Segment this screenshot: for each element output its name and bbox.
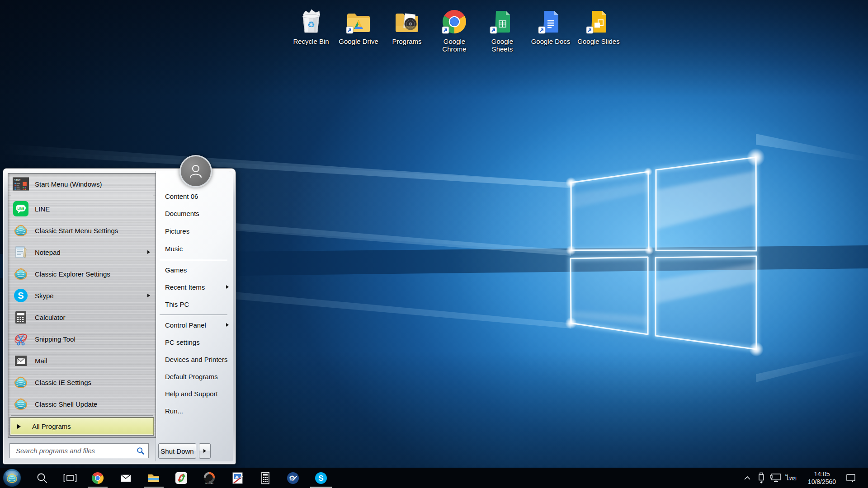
skype-icon: S xyxy=(13,287,29,304)
taskbar-mail-button[interactable] xyxy=(115,468,136,488)
desktop-icon-google-sheets[interactable]: Google Sheets xyxy=(481,3,524,53)
search-box[interactable] xyxy=(9,443,149,458)
line-icon: LINE xyxy=(13,201,29,217)
svg-text:S: S xyxy=(318,474,323,483)
menu-item-classic-ie-settings[interactable]: Classic IE Settings xyxy=(8,371,156,393)
shortcut-arrow-badge xyxy=(442,27,449,33)
classic-shell-start-orb-icon xyxy=(3,469,21,487)
menu-item-pc-settings[interactable]: PC settings xyxy=(155,333,233,351)
menu-item-run[interactable]: Run... xyxy=(155,402,233,419)
shut-down-options-button[interactable] xyxy=(199,443,211,459)
taskbar-paint-button[interactable] xyxy=(227,468,247,488)
taskbar-configuration-tool-button[interactable]: ⚙ xyxy=(283,468,303,488)
menu-item-games[interactable]: Games xyxy=(155,261,233,278)
recycle-bin-icon: ♻ xyxy=(289,3,333,36)
menu-item-classic-shell-update[interactable]: Classic Shell Update xyxy=(8,393,156,415)
menu-item-classic-explorer-settings[interactable]: Classic Explorer Settings xyxy=(8,263,156,285)
classic-shell-icon xyxy=(13,374,29,390)
desktop-icon-label: Google Chrome xyxy=(438,38,471,53)
taskbar-file-explorer-button[interactable] xyxy=(143,468,164,488)
desktop-icon-label: Google Sheets xyxy=(481,38,524,53)
taskbar-search-button[interactable] xyxy=(32,468,52,488)
tray-time: 14:05 xyxy=(814,470,830,478)
action-center-button[interactable] xyxy=(843,468,859,488)
shortcut-arrow-badge xyxy=(346,27,353,33)
menu-item-control-panel[interactable]: Control Panel xyxy=(155,316,233,333)
taskbar-skype-button[interactable]: S xyxy=(311,468,331,488)
svg-text:♻: ♻ xyxy=(307,19,315,29)
google-sheets-icon xyxy=(481,3,524,36)
search-icon[interactable] xyxy=(137,447,145,455)
menu-item-mail[interactable]: Mail xyxy=(8,350,156,371)
menu-item-user-folder[interactable]: Content 06 xyxy=(155,188,233,205)
menu-item-this-pc[interactable]: This PC xyxy=(155,296,233,313)
menu-item-music[interactable]: Music xyxy=(155,240,233,257)
all-programs-button[interactable]: All Programs xyxy=(10,418,154,435)
menu-item-pictures[interactable]: Pictures xyxy=(155,222,233,239)
tray-network-button[interactable] xyxy=(769,468,783,488)
submenu-arrow-icon xyxy=(226,285,229,289)
google-drive-icon xyxy=(337,3,380,36)
classic-shell-icon xyxy=(13,222,29,239)
desktop-icon-programs[interactable]: Programs xyxy=(385,3,429,45)
menu-item-default-programs[interactable]: Default Programs xyxy=(155,368,233,385)
programs-folder-icon xyxy=(385,3,429,36)
taskbar-capture-tool-button[interactable] xyxy=(171,468,191,488)
start-menu: Content 06 Documents Pictures Music Game… xyxy=(3,168,236,465)
taskbar-chrome-button[interactable] xyxy=(87,468,108,488)
menu-item-notepad[interactable]: Notepad xyxy=(8,241,156,263)
taskbar-calculator-button[interactable] xyxy=(255,468,275,488)
shortcut-arrow-badge xyxy=(586,27,593,33)
gear-wrench-icon: ⚙ xyxy=(286,471,300,485)
menu-item-skype[interactable]: S Skype xyxy=(8,285,156,306)
svg-text:Start: Start xyxy=(14,178,20,182)
menu-item-devices-and-printers[interactable]: Devices and Printers xyxy=(155,351,233,368)
menu-separator xyxy=(160,314,227,315)
desktop-icon-label: Google Slides xyxy=(577,38,620,45)
menu-item-help-and-support[interactable]: Help and Support xyxy=(155,385,233,402)
network-display-icon xyxy=(770,473,782,483)
classic-shell-icon xyxy=(13,396,29,412)
start-button[interactable] xyxy=(2,468,22,488)
mail-icon xyxy=(119,472,132,484)
menu-item-calculator[interactable]: Calculator xyxy=(8,306,156,328)
desktop-icon-google-docs[interactable]: Google Docs xyxy=(529,3,572,45)
desktop-icon-google-slides[interactable]: Google Slides xyxy=(577,3,620,45)
tray-date: 10/8/2560 xyxy=(808,478,836,486)
user-avatar[interactable] xyxy=(179,155,212,188)
menu-item-documents[interactable]: Documents xyxy=(155,205,233,222)
submenu-arrow-icon xyxy=(203,449,206,453)
desktop-icon-label: Recycle Bin xyxy=(289,38,333,45)
desktop-icon-recycle-bin[interactable]: ♻ Recycle Bin xyxy=(289,3,333,45)
person-icon xyxy=(186,161,206,181)
menu-item-recent-items[interactable]: Recent Items xyxy=(155,278,233,296)
tray-language-indicator[interactable]: ไทย xyxy=(784,468,798,488)
svg-text:S: S xyxy=(18,291,24,300)
tray-show-hidden-icons-button[interactable] xyxy=(741,468,754,488)
menu-item-classic-start-menu-settings[interactable]: Classic Start Menu Settings xyxy=(8,220,156,241)
menu-item-snipping-tool[interactable]: Snipping Tool xyxy=(8,328,156,350)
tray-clock[interactable]: 14:05 10/8/2560 xyxy=(801,468,843,488)
shut-down-button[interactable]: Shut Down xyxy=(158,443,196,459)
menu-separator xyxy=(11,195,153,196)
desktop-icon-label: Google Drive xyxy=(337,38,380,45)
task-view-button[interactable] xyxy=(60,468,80,488)
desktop-icon-label: Google Docs xyxy=(529,38,572,45)
paint-icon xyxy=(231,471,244,485)
google-chrome-icon xyxy=(433,3,476,36)
skype-icon: S xyxy=(314,471,328,485)
taskbar-photoscape-button[interactable]: PHOTOSCAPE xyxy=(199,468,219,488)
desktop-icon-label: Programs xyxy=(385,38,429,45)
shortcut-arrow-badge xyxy=(538,27,545,33)
tray-usb-device-button[interactable] xyxy=(755,468,768,488)
desktop-icon-google-drive[interactable]: Google Drive xyxy=(337,3,380,45)
desktop-icon-google-chrome[interactable]: Google Chrome xyxy=(433,3,476,53)
file-explorer-icon xyxy=(146,472,161,484)
menu-item-line[interactable]: LINE LINE xyxy=(8,198,156,220)
classic-shell-icon xyxy=(13,266,29,282)
menu-item-start-menu-windows[interactable]: Start Start Menu (Windows) xyxy=(8,174,156,194)
taskbar: PHOTOSCAPE xyxy=(0,468,868,488)
calculator-icon xyxy=(13,309,29,325)
desktop: ♻ Recycle Bin Google Drive xyxy=(0,0,868,488)
search-input[interactable] xyxy=(15,446,137,455)
